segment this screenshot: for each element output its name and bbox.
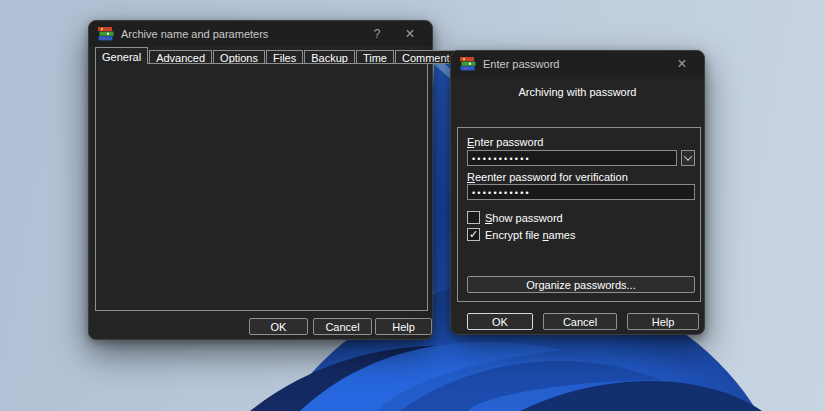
enter-password-dialog: Enter password × Archiving with password…	[450, 50, 705, 335]
help-button[interactable]: Help	[375, 318, 432, 335]
tab-backup[interactable]: Backup	[304, 50, 355, 64]
enter-password-label: Enter password	[467, 136, 543, 148]
close-icon[interactable]: ×	[397, 27, 423, 41]
cancel-button[interactable]: Cancel	[543, 313, 617, 330]
enter-password-input[interactable]: •••••••••••	[467, 150, 677, 166]
reenter-password-label: Reenter password for verification	[467, 171, 628, 183]
organize-passwords-button[interactable]: Organize passwords...	[467, 276, 695, 293]
tab-advanced[interactable]: Advanced	[149, 50, 212, 64]
tab-files[interactable]: Files	[266, 50, 303, 64]
ok-button[interactable]: OK	[467, 313, 533, 330]
show-password-checkbox[interactable]	[467, 211, 480, 224]
cancel-button[interactable]: Cancel	[313, 318, 372, 335]
password-dialog-title: Enter password	[483, 58, 662, 70]
archive-dialog-titlebar[interactable]: Archive name and parameters ? ×	[89, 21, 432, 46]
chevron-down-icon	[684, 152, 692, 160]
password-dialog-titlebar[interactable]: Enter password ×	[451, 51, 704, 77]
ok-button[interactable]: OK	[249, 318, 308, 335]
tab-comment[interactable]: Comment	[395, 50, 457, 64]
tab-options[interactable]: Options	[213, 50, 265, 64]
tab-strip: General Advanced Options Files Backup Ti…	[95, 48, 458, 64]
tab-general[interactable]: General	[95, 47, 148, 64]
encrypt-file-names-checkbox[interactable]: ✓	[467, 228, 480, 241]
help-titlebar-button[interactable]: ?	[364, 27, 390, 41]
winrar-icon	[98, 27, 114, 41]
help-button[interactable]: Help	[627, 313, 699, 330]
show-password-label[interactable]: Show password	[485, 212, 563, 224]
winrar-icon	[460, 57, 476, 71]
encrypt-file-names-label[interactable]: Encrypt file names	[485, 229, 576, 241]
general-tab-pane	[95, 63, 428, 311]
reenter-password-input[interactable]: •••••••••••	[467, 184, 695, 200]
archiving-with-password-text: Archiving with password	[451, 86, 704, 98]
archive-dialog: Archive name and parameters ? × General …	[88, 20, 433, 340]
password-dropdown-button[interactable]	[681, 150, 695, 166]
close-icon[interactable]: ×	[669, 57, 695, 71]
tab-time[interactable]: Time	[356, 50, 394, 64]
archive-dialog-title: Archive name and parameters	[121, 28, 357, 40]
